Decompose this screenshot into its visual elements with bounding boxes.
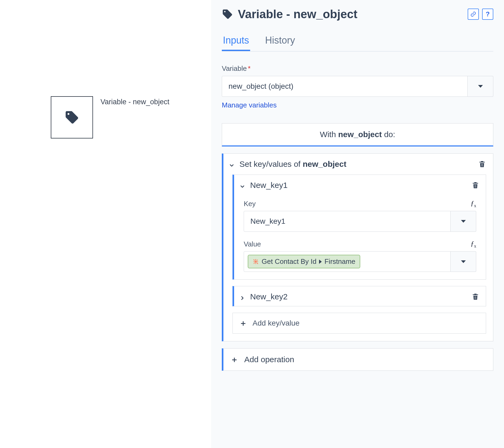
caret-down-icon [461,220,466,223]
value-input-caret[interactable] [451,251,476,272]
variable-select[interactable]: new_object (object) [222,76,493,97]
keyvalue-block-2: New_key2 [232,286,486,306]
help-button[interactable]: ? [482,9,493,20]
add-operation-label: Add operation [244,355,294,364]
value-formula-button[interactable]: ƒx [471,240,476,249]
with-prefix: With [320,130,338,139]
chevron-down-icon [229,161,235,167]
delete-keyvalue-2-button[interactable] [471,292,479,301]
with-banner: With new_object do: [222,123,493,146]
chevron-right-icon [239,294,245,300]
key-formula-button[interactable]: ƒx [471,199,476,208]
keyvalue-header-2[interactable]: New_key2 [234,286,486,306]
delete-keyvalue-1-button[interactable] [471,181,479,190]
variable-label: Variable* [222,64,493,73]
link-button[interactable] [468,9,479,20]
key-label: Key [244,200,256,208]
value-input[interactable]: Get Contact By Id Firstname [244,251,451,272]
caret-down-icon [461,260,466,263]
add-keyvalue-button[interactable]: ＋ Add key/value [232,313,486,334]
panel-header: Variable - new_object ? [222,7,493,21]
value-chip-field: Firstname [324,257,355,266]
chip-separator-icon [319,260,322,264]
keyvalue-name-1: New_key1 [250,181,288,190]
tab-history[interactable]: History [264,32,296,51]
add-operation-button[interactable]: ＋ Add operation [222,348,493,371]
operation-header[interactable]: Set key/values of new_object [223,154,493,175]
hubspot-icon [253,258,259,265]
tab-inputs[interactable]: Inputs [222,32,250,51]
variable-section: Variable* new_object (object) Manage var… [222,64,493,109]
value-chip-source: Get Contact By Id [262,257,316,266]
operation-body: New_key1 Key ƒx New_key1 Value [232,175,486,334]
variable-node-icon-box [51,96,93,138]
tag-icon [222,9,233,20]
variable-node[interactable]: Variable - new_object [51,96,169,138]
keyvalue-header-1[interactable]: New_key1 [234,175,486,195]
with-suffix: do: [382,130,395,139]
value-label: Value [244,240,261,248]
keyvalue-name-2: New_key2 [250,292,288,301]
header-buttons: ? [468,9,493,20]
tag-icon [64,110,79,125]
key-input-row: New_key1 [244,211,476,232]
keyvalue-block-1: New_key1 Key ƒx New_key1 Value [232,175,486,280]
operation-title: Set key/values of new_object [239,160,346,169]
variable-node-label: Variable - new_object [100,98,169,106]
caret-down-icon [478,85,483,88]
chevron-down-icon [239,182,245,188]
tabs: Inputs History [222,32,493,52]
variable-select-caret[interactable] [468,76,493,97]
operation-set-keyvalues: Set key/values of new_object New_key1 Ke… [222,153,493,341]
key-input-caret[interactable] [451,211,476,232]
plus-icon: ＋ [239,319,247,327]
add-keyvalue-label: Add key/value [253,319,300,327]
plus-icon: ＋ [230,356,238,364]
config-panel: Variable - new_object ? Inputs History V… [211,0,504,448]
workflow-canvas: Variable - new_object [0,0,211,448]
panel-title-text: Variable - new_object [238,7,358,21]
delete-operation-button[interactable] [478,160,486,168]
key-input[interactable]: New_key1 [244,211,451,232]
link-icon [470,11,476,17]
value-input-row: Get Contact By Id Firstname [244,251,476,272]
panel-title: Variable - new_object [222,7,358,21]
keyvalue-body-1: Key ƒx New_key1 Value ƒx [234,199,486,279]
with-variable-name: new_object [338,130,382,139]
value-chip[interactable]: Get Contact By Id Firstname [248,255,360,268]
variable-select-value[interactable]: new_object (object) [222,76,468,97]
manage-variables-link[interactable]: Manage variables [222,101,277,109]
